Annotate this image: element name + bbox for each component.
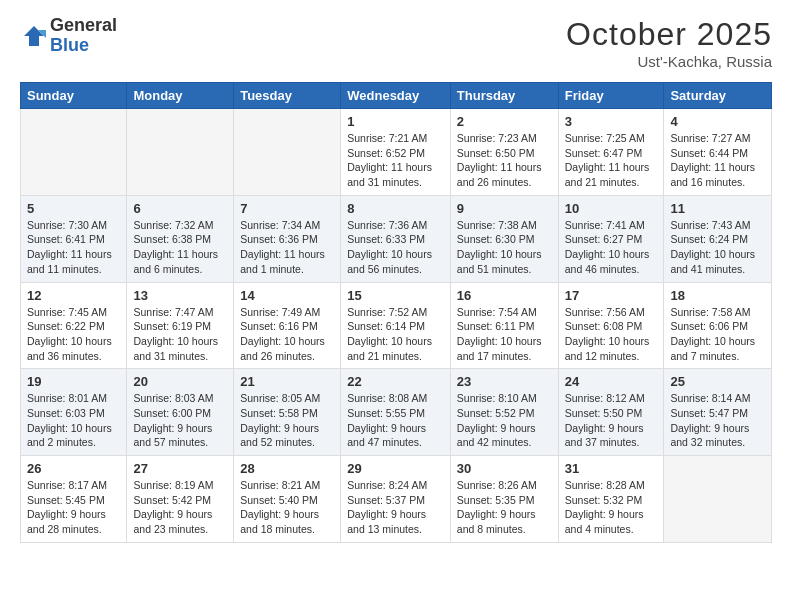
day-info: Sunrise: 7:43 AM Sunset: 6:24 PM Dayligh…: [670, 218, 765, 277]
day-number: 25: [670, 374, 765, 389]
day-number: 29: [347, 461, 444, 476]
logo-icon: [20, 22, 48, 50]
day-info: Sunrise: 8:26 AM Sunset: 5:35 PM Dayligh…: [457, 478, 552, 537]
calendar-cell: 26Sunrise: 8:17 AM Sunset: 5:45 PM Dayli…: [21, 456, 127, 543]
logo-text: General Blue: [50, 16, 117, 56]
calendar-cell: 31Sunrise: 8:28 AM Sunset: 5:32 PM Dayli…: [558, 456, 664, 543]
calendar-cell: 18Sunrise: 7:58 AM Sunset: 6:06 PM Dayli…: [664, 282, 772, 369]
calendar-cell: 23Sunrise: 8:10 AM Sunset: 5:52 PM Dayli…: [450, 369, 558, 456]
calendar-week-row: 5Sunrise: 7:30 AM Sunset: 6:41 PM Daylig…: [21, 195, 772, 282]
day-info: Sunrise: 7:21 AM Sunset: 6:52 PM Dayligh…: [347, 131, 444, 190]
calendar-cell: 30Sunrise: 8:26 AM Sunset: 5:35 PM Dayli…: [450, 456, 558, 543]
day-info: Sunrise: 7:38 AM Sunset: 6:30 PM Dayligh…: [457, 218, 552, 277]
calendar-cell: 11Sunrise: 7:43 AM Sunset: 6:24 PM Dayli…: [664, 195, 772, 282]
day-info: Sunrise: 8:24 AM Sunset: 5:37 PM Dayligh…: [347, 478, 444, 537]
day-number: 15: [347, 288, 444, 303]
logo-blue-text: Blue: [50, 36, 117, 56]
day-number: 7: [240, 201, 334, 216]
day-number: 2: [457, 114, 552, 129]
calendar-cell: 24Sunrise: 8:12 AM Sunset: 5:50 PM Dayli…: [558, 369, 664, 456]
day-info: Sunrise: 7:32 AM Sunset: 6:38 PM Dayligh…: [133, 218, 227, 277]
day-info: Sunrise: 7:25 AM Sunset: 6:47 PM Dayligh…: [565, 131, 658, 190]
calendar-cell: 17Sunrise: 7:56 AM Sunset: 6:08 PM Dayli…: [558, 282, 664, 369]
title-block: October 2025 Ust'-Kachka, Russia: [566, 16, 772, 70]
calendar-cell: 20Sunrise: 8:03 AM Sunset: 6:00 PM Dayli…: [127, 369, 234, 456]
calendar-cell: 9Sunrise: 7:38 AM Sunset: 6:30 PM Daylig…: [450, 195, 558, 282]
weekday-header-friday: Friday: [558, 83, 664, 109]
day-info: Sunrise: 7:34 AM Sunset: 6:36 PM Dayligh…: [240, 218, 334, 277]
calendar-table: SundayMondayTuesdayWednesdayThursdayFrid…: [20, 82, 772, 543]
day-info: Sunrise: 7:36 AM Sunset: 6:33 PM Dayligh…: [347, 218, 444, 277]
day-number: 23: [457, 374, 552, 389]
calendar-cell: 4Sunrise: 7:27 AM Sunset: 6:44 PM Daylig…: [664, 109, 772, 196]
calendar-cell: 13Sunrise: 7:47 AM Sunset: 6:19 PM Dayli…: [127, 282, 234, 369]
day-info: Sunrise: 7:47 AM Sunset: 6:19 PM Dayligh…: [133, 305, 227, 364]
calendar-cell: 16Sunrise: 7:54 AM Sunset: 6:11 PM Dayli…: [450, 282, 558, 369]
day-info: Sunrise: 8:14 AM Sunset: 5:47 PM Dayligh…: [670, 391, 765, 450]
day-info: Sunrise: 7:56 AM Sunset: 6:08 PM Dayligh…: [565, 305, 658, 364]
calendar-cell: [127, 109, 234, 196]
day-info: Sunrise: 8:01 AM Sunset: 6:03 PM Dayligh…: [27, 391, 120, 450]
day-number: 26: [27, 461, 120, 476]
day-number: 30: [457, 461, 552, 476]
weekday-header-thursday: Thursday: [450, 83, 558, 109]
calendar-week-row: 12Sunrise: 7:45 AM Sunset: 6:22 PM Dayli…: [21, 282, 772, 369]
logo-general-text: General: [50, 16, 117, 36]
calendar-subtitle: Ust'-Kachka, Russia: [566, 53, 772, 70]
day-number: 11: [670, 201, 765, 216]
calendar-cell: 14Sunrise: 7:49 AM Sunset: 6:16 PM Dayli…: [234, 282, 341, 369]
day-number: 3: [565, 114, 658, 129]
day-info: Sunrise: 8:19 AM Sunset: 5:42 PM Dayligh…: [133, 478, 227, 537]
day-info: Sunrise: 8:03 AM Sunset: 6:00 PM Dayligh…: [133, 391, 227, 450]
logo: General Blue: [20, 16, 117, 56]
calendar-cell: 29Sunrise: 8:24 AM Sunset: 5:37 PM Dayli…: [341, 456, 451, 543]
day-info: Sunrise: 8:28 AM Sunset: 5:32 PM Dayligh…: [565, 478, 658, 537]
day-number: 27: [133, 461, 227, 476]
header: General Blue October 2025 Ust'-Kachka, R…: [20, 16, 772, 70]
calendar-cell: 28Sunrise: 8:21 AM Sunset: 5:40 PM Dayli…: [234, 456, 341, 543]
weekday-header-sunday: Sunday: [21, 83, 127, 109]
calendar-cell: [664, 456, 772, 543]
calendar-cell: 5Sunrise: 7:30 AM Sunset: 6:41 PM Daylig…: [21, 195, 127, 282]
calendar-week-row: 19Sunrise: 8:01 AM Sunset: 6:03 PM Dayli…: [21, 369, 772, 456]
day-info: Sunrise: 8:12 AM Sunset: 5:50 PM Dayligh…: [565, 391, 658, 450]
calendar-cell: 25Sunrise: 8:14 AM Sunset: 5:47 PM Dayli…: [664, 369, 772, 456]
day-info: Sunrise: 7:58 AM Sunset: 6:06 PM Dayligh…: [670, 305, 765, 364]
calendar-cell: 6Sunrise: 7:32 AM Sunset: 6:38 PM Daylig…: [127, 195, 234, 282]
day-info: Sunrise: 7:52 AM Sunset: 6:14 PM Dayligh…: [347, 305, 444, 364]
day-info: Sunrise: 7:41 AM Sunset: 6:27 PM Dayligh…: [565, 218, 658, 277]
day-info: Sunrise: 7:27 AM Sunset: 6:44 PM Dayligh…: [670, 131, 765, 190]
day-number: 5: [27, 201, 120, 216]
calendar-cell: 2Sunrise: 7:23 AM Sunset: 6:50 PM Daylig…: [450, 109, 558, 196]
day-info: Sunrise: 7:54 AM Sunset: 6:11 PM Dayligh…: [457, 305, 552, 364]
day-number: 8: [347, 201, 444, 216]
weekday-header-tuesday: Tuesday: [234, 83, 341, 109]
day-number: 31: [565, 461, 658, 476]
day-number: 16: [457, 288, 552, 303]
day-info: Sunrise: 8:21 AM Sunset: 5:40 PM Dayligh…: [240, 478, 334, 537]
day-number: 22: [347, 374, 444, 389]
calendar-cell: [234, 109, 341, 196]
calendar-cell: 22Sunrise: 8:08 AM Sunset: 5:55 PM Dayli…: [341, 369, 451, 456]
weekday-header-wednesday: Wednesday: [341, 83, 451, 109]
calendar-cell: 12Sunrise: 7:45 AM Sunset: 6:22 PM Dayli…: [21, 282, 127, 369]
calendar-cell: 8Sunrise: 7:36 AM Sunset: 6:33 PM Daylig…: [341, 195, 451, 282]
calendar-cell: 1Sunrise: 7:21 AM Sunset: 6:52 PM Daylig…: [341, 109, 451, 196]
day-info: Sunrise: 7:30 AM Sunset: 6:41 PM Dayligh…: [27, 218, 120, 277]
calendar-title: October 2025: [566, 16, 772, 53]
calendar-cell: 19Sunrise: 8:01 AM Sunset: 6:03 PM Dayli…: [21, 369, 127, 456]
day-number: 1: [347, 114, 444, 129]
weekday-header-saturday: Saturday: [664, 83, 772, 109]
calendar-cell: 10Sunrise: 7:41 AM Sunset: 6:27 PM Dayli…: [558, 195, 664, 282]
day-info: Sunrise: 8:05 AM Sunset: 5:58 PM Dayligh…: [240, 391, 334, 450]
calendar-cell: 7Sunrise: 7:34 AM Sunset: 6:36 PM Daylig…: [234, 195, 341, 282]
day-number: 9: [457, 201, 552, 216]
page: General Blue October 2025 Ust'-Kachka, R…: [0, 0, 792, 559]
day-info: Sunrise: 8:10 AM Sunset: 5:52 PM Dayligh…: [457, 391, 552, 450]
day-number: 18: [670, 288, 765, 303]
day-number: 14: [240, 288, 334, 303]
day-number: 19: [27, 374, 120, 389]
day-number: 12: [27, 288, 120, 303]
weekday-header-row: SundayMondayTuesdayWednesdayThursdayFrid…: [21, 83, 772, 109]
day-info: Sunrise: 7:45 AM Sunset: 6:22 PM Dayligh…: [27, 305, 120, 364]
